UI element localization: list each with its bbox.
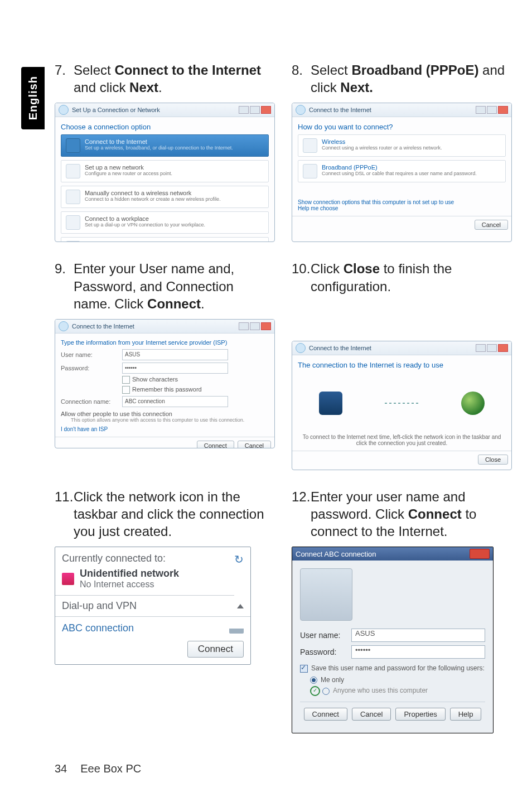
- show-more-link[interactable]: Show connection options that this comput…: [298, 199, 506, 205]
- dialog-title: Connect to the Internet: [309, 107, 371, 113]
- back-icon[interactable]: [296, 105, 306, 115]
- maximize-icon[interactable]: [487, 344, 497, 352]
- help-choose-link[interactable]: Help me choose: [298, 205, 506, 211]
- connection-item[interactable]: ABC connection: [55, 617, 250, 641]
- footer-title: Eee Box PC: [80, 762, 141, 775]
- back-icon[interactable]: [59, 105, 69, 115]
- flyout-header: Currently connected to:↻: [55, 547, 250, 566]
- option-broadband[interactable]: Broadband (PPPoE)Connect using DSL or ca…: [298, 160, 506, 182]
- password-label: Password:: [61, 365, 122, 371]
- password-label: Password:: [300, 648, 351, 656]
- dialog-connection-ready: Connect to the Internet The connection t…: [292, 341, 512, 470]
- back-icon[interactable]: [59, 321, 69, 331]
- step-11-text: 11.Click the network icon in the taskbar…: [55, 488, 275, 540]
- cancel-button[interactable]: Cancel: [238, 441, 271, 448]
- chevron-up-icon: [237, 604, 244, 608]
- close-icon[interactable]: [498, 344, 508, 352]
- monitor-icon: [319, 392, 342, 415]
- signal-icon: [303, 138, 317, 153]
- option-workplace[interactable]: Connect to a workplaceSet up a dial-up o…: [61, 211, 269, 234]
- dialog-how-connect: Connect to the Internet How do you want …: [292, 103, 512, 242]
- minimize-icon[interactable]: [239, 106, 249, 114]
- step-10-text: 10.Click Close to finish the configurati…: [292, 260, 512, 294]
- properties-button[interactable]: Properties: [395, 708, 445, 721]
- me-only-radio[interactable]: [310, 677, 317, 684]
- step-12-text: 12.Enter your user name and password. Cl…: [292, 488, 512, 540]
- shield-icon: ✓: [310, 686, 320, 696]
- credentials-dialog: Connect ABC connection User name:ASUS Pa…: [292, 547, 494, 733]
- dialog-choose-connection: Set Up a Connection or Network Choose a …: [55, 103, 275, 242]
- dialog-title: Connect to the Internet: [72, 323, 134, 330]
- router-icon: [66, 164, 80, 178]
- option-dialup[interactable]: Set up a dial-up connectionConnect to th…: [61, 237, 269, 242]
- language-tab: English: [21, 67, 45, 129]
- phone-icon: [66, 241, 80, 242]
- connect-button[interactable]: Connect: [304, 708, 347, 721]
- option-connect-internet[interactable]: Connect to the InternetSet up a wireless…: [61, 134, 269, 157]
- conn-name-label: Connection name:: [61, 398, 122, 405]
- completion-hint: To connect to the Internet next time, le…: [298, 434, 506, 446]
- username-label: User name:: [300, 631, 351, 640]
- dialog-title: Connect ABC connection: [296, 550, 376, 558]
- no-isp-link[interactable]: I don't have an ISP: [61, 426, 269, 432]
- minimize-icon[interactable]: [239, 322, 249, 330]
- username-input[interactable]: ASUS: [122, 349, 228, 360]
- maximize-icon[interactable]: [487, 106, 497, 114]
- page-number: 34: [55, 762, 67, 775]
- minimize-icon[interactable]: [476, 344, 486, 352]
- save-credentials-checkbox[interactable]: [300, 665, 308, 673]
- step-9-text: 9.Enter your User name and, Password, an…: [55, 260, 275, 312]
- page-footer: 34Eee Box PC: [55, 762, 141, 775]
- anyone-radio[interactable]: [322, 688, 330, 695]
- option-wireless[interactable]: WirelessConnect using a wireless router …: [298, 134, 506, 157]
- cancel-button[interactable]: Cancel: [475, 220, 508, 230]
- dialog-title: Connect to the Internet: [309, 345, 371, 351]
- close-icon[interactable]: [498, 106, 508, 114]
- username-input[interactable]: ASUS: [351, 629, 485, 642]
- conn-name-input[interactable]: ABC connection: [122, 396, 228, 407]
- username-label: User name:: [61, 351, 122, 358]
- avatar-icon: [300, 568, 352, 621]
- dialup-vpn-section[interactable]: Dial-up and VPN: [55, 596, 250, 617]
- building-icon: [66, 215, 80, 230]
- connect-button[interactable]: Connect: [187, 641, 244, 658]
- maximize-icon[interactable]: [250, 322, 260, 330]
- globe-icon: [461, 392, 485, 415]
- back-icon[interactable]: [296, 343, 306, 353]
- step-7-text: 7.Select Connect to the Internet and cli…: [55, 61, 275, 96]
- dialog-heading: Type the information from your Internet …: [61, 339, 269, 346]
- globe-icon: [66, 138, 80, 153]
- wifi-icon: [66, 190, 80, 204]
- language-tab-label: English: [27, 76, 40, 120]
- show-chars-checkbox[interactable]: [122, 376, 130, 384]
- dialog-heading: Choose a connection option: [61, 123, 269, 131]
- connect-button[interactable]: Connect: [197, 441, 234, 448]
- option-new-network[interactable]: Set up a new networkConfigure a new rout…: [61, 160, 269, 182]
- help-button[interactable]: Help: [450, 708, 482, 721]
- password-input[interactable]: ••••••: [122, 363, 228, 374]
- refresh-icon[interactable]: ↻: [234, 553, 244, 566]
- network-status-icon: [62, 573, 74, 585]
- password-input[interactable]: ••••••: [351, 645, 485, 659]
- step-8-text: 8.Select Broadband (PPPoE) and click Nex…: [292, 61, 512, 96]
- dialog-title: Set Up a Connection or Network: [72, 107, 160, 113]
- option-manual-wireless[interactable]: Manually connect to a wireless networkCo…: [61, 186, 269, 208]
- close-button[interactable]: Close: [478, 455, 508, 465]
- close-icon[interactable]: [470, 549, 490, 559]
- cancel-button[interactable]: Cancel: [352, 708, 391, 721]
- remember-checkbox[interactable]: [122, 386, 130, 394]
- dialog-heading: How do you want to connect?: [298, 123, 506, 131]
- signal-icon: [229, 624, 244, 634]
- close-icon[interactable]: [261, 322, 271, 330]
- dialog-heading: The connection to the Internet is ready …: [298, 361, 506, 369]
- close-icon[interactable]: [261, 106, 271, 114]
- minimize-icon[interactable]: [476, 106, 486, 114]
- maximize-icon[interactable]: [250, 106, 260, 114]
- dialog-isp-info: Connect to the Internet Type the informa…: [55, 319, 275, 448]
- network-flyout: Currently connected to:↻ Unidentified ne…: [55, 547, 251, 665]
- modem-icon: [303, 164, 317, 178]
- connection-line-icon: [385, 403, 418, 404]
- current-network: Unidentified networkNo Internet access: [55, 566, 234, 596]
